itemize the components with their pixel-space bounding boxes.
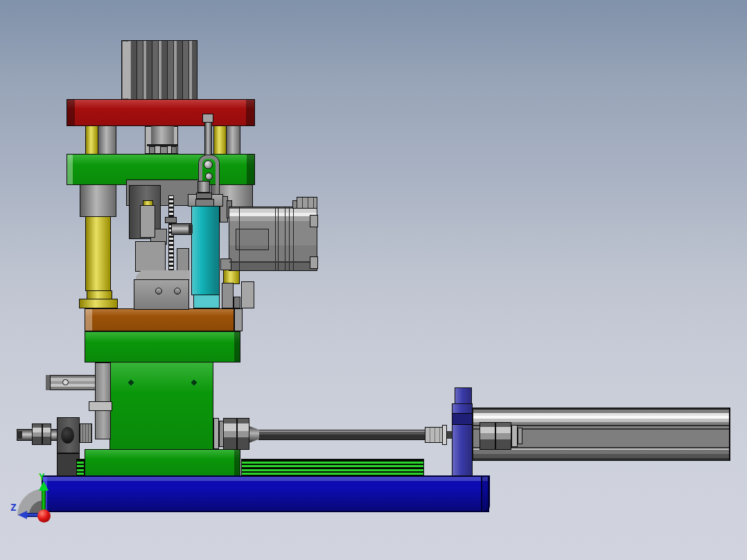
- collet-foot: [149, 146, 155, 154]
- upper-platen-right-edge: [247, 155, 254, 184]
- hex-nut-left: [42, 423, 51, 445]
- hex-nut-left: [32, 423, 42, 445]
- column-bottom-right-edge: [234, 450, 240, 475]
- base-plate-endcap: [481, 475, 490, 512]
- spacer-plate[interactable]: [85, 308, 234, 331]
- upper-platen-left-edge: [67, 155, 73, 184]
- motor-clip-top: [310, 215, 318, 227]
- rod-bracket-top[interactable]: [455, 387, 472, 405]
- bracket-block-left[interactable]: [135, 241, 166, 272]
- rail-hole: [62, 379, 69, 385]
- guide-bushing-right[interactable]: [226, 125, 240, 155]
- rod-bracket-band: [452, 413, 472, 425]
- stop-block-step: [234, 297, 240, 308]
- collet-foot: [160, 146, 168, 154]
- guide-post-right-upper[interactable]: [213, 125, 227, 155]
- column-top-right-edge: [234, 332, 240, 362]
- guide-rail-left: [76, 459, 85, 476]
- guide-post-right-lower[interactable]: [223, 269, 240, 284]
- lower-bushing-left[interactable]: [80, 184, 116, 217]
- cylinder-hex-nut: [480, 422, 495, 450]
- cap-screw: [174, 288, 181, 295]
- clamp-ring: [196, 193, 212, 199]
- motor-connector-step: [292, 200, 297, 209]
- origin-sphere: [37, 509, 51, 523]
- clamp-canister: [197, 181, 210, 193]
- cylinder-washer: [511, 425, 518, 447]
- angle-plate: [136, 270, 190, 280]
- rod-disc: [442, 425, 447, 445]
- guide-post-left-flange: [79, 299, 118, 308]
- y-axis-label: Y: [39, 471, 44, 482]
- cylinder-hex-nut: [495, 422, 511, 450]
- clamp-pin-upper: [204, 160, 213, 169]
- cap-screw: [155, 288, 162, 295]
- top-plate-left-edge: [67, 100, 75, 125]
- stop-block-a: [222, 283, 234, 308]
- column-block-top-flange[interactable]: [85, 331, 240, 362]
- rod-washer: [213, 418, 219, 449]
- motor-groove: [229, 261, 317, 263]
- slide-block-foot: [193, 295, 220, 308]
- clamp-pin-lower: [205, 173, 213, 180]
- cylinder-washer-small: [518, 428, 522, 444]
- base-plate[interactable]: [42, 475, 489, 512]
- collet-foot: [171, 146, 177, 154]
- spacer-plate-left-edge: [85, 309, 92, 331]
- finned-cylinder-body[interactable]: [121, 40, 197, 100]
- column-block-bottom-flange[interactable]: [85, 449, 240, 476]
- motor-foot-block: [220, 259, 231, 270]
- motor-connector[interactable]: [297, 197, 317, 209]
- feed-cylinder-cap: [188, 225, 193, 234]
- z-axis-label: Z: [10, 502, 16, 513]
- clamp-base: [195, 199, 214, 207]
- toggle-clamp-handle[interactable]: [204, 122, 212, 158]
- sensor-rail-endcap: [46, 375, 51, 390]
- clamp-seat-block[interactable]: [134, 279, 189, 310]
- hex-nut-right: [223, 418, 237, 450]
- adjust-rod-tip: [17, 431, 22, 439]
- push-rod[interactable]: [258, 430, 427, 440]
- slide-plate-small: [140, 205, 155, 238]
- stop-block-b: [241, 281, 254, 308]
- slide-block[interactable]: [191, 206, 220, 295]
- guide-bushing-left[interactable]: [98, 125, 116, 155]
- top-plate-right-edge: [246, 100, 254, 125]
- guide-post-left-upper[interactable]: [85, 125, 98, 155]
- y-axis-arrowhead: [39, 481, 49, 491]
- column-block-web[interactable]: [109, 362, 213, 449]
- top-clamp-plate[interactable]: [67, 99, 255, 126]
- guide-post-left-lower[interactable]: [85, 216, 111, 291]
- hex-nut-right: [237, 418, 249, 450]
- finned-cylinder-highlight: [123, 42, 130, 98]
- bracket-block-mid: [177, 248, 189, 272]
- screw-nut-fitting: [165, 217, 177, 223]
- motor-clip-bottom: [310, 256, 318, 269]
- guide-rail-right[interactable]: [241, 459, 424, 476]
- z-axis-arrowhead: [18, 511, 27, 519]
- pivot-block-hole: [61, 427, 74, 444]
- motor-nameplate: [236, 229, 269, 250]
- cad-viewport[interactable]: Y Z: [0, 0, 747, 560]
- spacer-side-block: [234, 308, 243, 331]
- ram-cylinder[interactable]: [151, 126, 174, 144]
- spring-stack: [80, 423, 92, 443]
- rail-post-washer: [89, 401, 112, 411]
